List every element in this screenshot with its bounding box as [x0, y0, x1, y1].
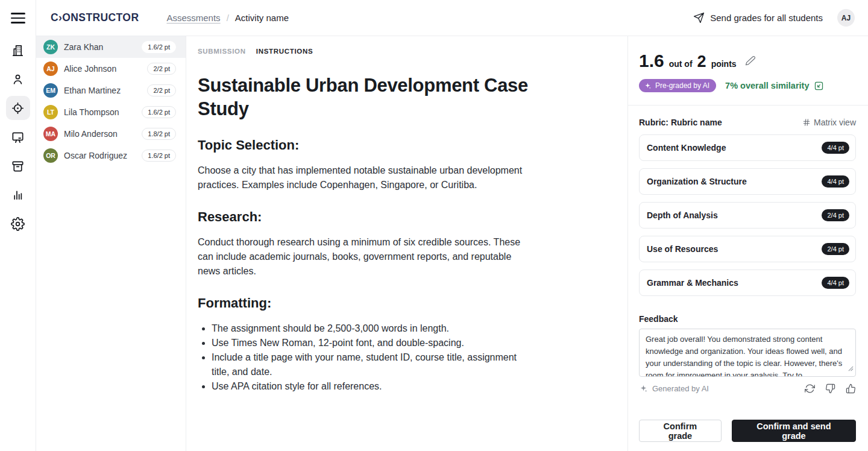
- breadcrumb-assessments-link[interactable]: Assessments: [166, 13, 220, 23]
- score-value: 1.6: [639, 51, 664, 71]
- feedback-label: Feedback: [639, 314, 856, 324]
- panel-divider: [628, 105, 868, 106]
- sidebar-item-grading[interactable]: [6, 96, 30, 120]
- rubric-criterion-row[interactable]: Use of Resources 2/4 pt: [639, 236, 856, 262]
- similarity-label: 7% overall similarity: [725, 81, 809, 90]
- user-avatar[interactable]: AJ: [837, 9, 855, 27]
- thumbs-up-icon: [846, 383, 856, 394]
- icon-rail: [0, 0, 36, 451]
- score-summary: 1.6 out of 2 points: [639, 51, 856, 71]
- tab-instructions[interactable]: INSTRUCTIONS: [256, 46, 313, 56]
- breadcrumb-separator: /: [227, 13, 229, 23]
- target-icon: [11, 101, 25, 115]
- menu-icon[interactable]: [11, 11, 25, 25]
- student-name: Ethan Martinez: [64, 86, 141, 95]
- rubric-header: Rubric: Rubric name Matrix view: [639, 118, 856, 127]
- regenerate-feedback-button[interactable]: [805, 383, 815, 394]
- feedback-textarea[interactable]: Great job overall! You demonstrated stro…: [639, 329, 856, 377]
- rubric-criterion-row[interactable]: Content Knowledge 4/4 pt: [639, 134, 856, 161]
- criterion-score-pill: 4/4 pt: [822, 175, 849, 188]
- gear-icon: [11, 217, 25, 231]
- student-name: Oscar Rodriguez: [64, 151, 136, 160]
- student-row[interactable]: LT Lila Thompson 1.6/2 pt: [36, 101, 186, 123]
- sidebar-item-organization[interactable]: [6, 38, 30, 62]
- student-avatar: LT: [43, 105, 58, 119]
- main-content: SUBMISSION INSTRUCTIONS Sustainable Urba…: [186, 36, 628, 451]
- tab-submission[interactable]: SUBMISSION: [198, 46, 246, 56]
- criterion-name: Grammar & Mechanics: [647, 278, 738, 288]
- grading-panel: 1.6 out of 2 points Pre-graded by AI 7% …: [628, 36, 868, 451]
- buildings-icon: [11, 43, 25, 57]
- formatting-list-item: Use Times New Roman, 12-point font, and …: [212, 336, 536, 350]
- breadcrumb: Assessments / Activity name: [166, 13, 289, 23]
- edit-score-button[interactable]: [745, 55, 756, 66]
- tab-bar: SUBMISSION INSTRUCTIONS: [198, 46, 627, 56]
- formatting-list-item: Include a title page with your name, stu…: [212, 350, 536, 379]
- ai-feedback-toolbar: Generated by AI: [639, 383, 856, 394]
- student-row[interactable]: OR Oscar Rodriguez 1.6/2 pt: [36, 145, 186, 166]
- sidebar-item-analytics[interactable]: [6, 183, 30, 207]
- student-name: Alice Johnson: [64, 64, 141, 74]
- criterion-name: Content Knowledge: [647, 143, 726, 153]
- board-icon: [11, 130, 25, 144]
- criterion-score-pill: 4/4 pt: [822, 277, 849, 289]
- app-window: C›ONSTRUCTOR Assessments / Activity name…: [0, 0, 868, 451]
- student-score-badge: 1.6/2 pt: [142, 150, 176, 162]
- refresh-icon: [805, 383, 815, 394]
- send-grades-all-button[interactable]: Send grades for all students: [693, 12, 823, 24]
- student-avatar: AJ: [43, 62, 58, 76]
- similarity-report-icon: [814, 81, 824, 91]
- pencil-icon: [745, 55, 756, 66]
- send-grades-all-label: Send grades for all students: [710, 13, 823, 23]
- section-heading: Topic Selection:: [198, 137, 536, 153]
- similarity-link[interactable]: 7% overall similarity: [725, 81, 823, 91]
- thumbs-up-button[interactable]: [846, 383, 856, 394]
- student-avatar: OR: [43, 148, 58, 163]
- sidebar-item-people[interactable]: [6, 67, 30, 91]
- thumbs-down-icon: [825, 383, 835, 394]
- student-row[interactable]: EM Ethan Martinez 2/2 pt: [36, 80, 186, 101]
- student-list: ZK Zara Khan 1.6/2 pt AJ Alice Johnson 2…: [36, 36, 186, 451]
- grade-actions: Confirm grade Confirm and send grade: [639, 420, 856, 442]
- generated-by-ai-label: Generated by AI: [652, 384, 709, 393]
- student-name: Zara Khan: [64, 42, 136, 52]
- student-row[interactable]: ZK Zara Khan 1.6/2 pt: [36, 36, 186, 58]
- student-score-badge: 1.8/2 pt: [142, 128, 176, 140]
- student-avatar: EM: [43, 83, 58, 98]
- student-score-badge: 2/2 pt: [147, 63, 176, 75]
- section-paragraph: Choose a city that has implemented notab…: [198, 163, 536, 192]
- criterion-score-pill: 2/4 pt: [822, 243, 849, 255]
- rubric-criterion-row[interactable]: Organization & Structure 4/4 pt: [639, 168, 856, 195]
- student-name: Milo Anderson: [64, 129, 136, 139]
- section-heading: Research:: [198, 209, 536, 225]
- student-avatar: MA: [43, 127, 58, 141]
- rubric-title: Rubric: Rubric name: [639, 118, 722, 127]
- score-max: 2: [697, 52, 706, 71]
- sidebar-item-settings[interactable]: [6, 212, 30, 236]
- student-score-badge: 1.6/2 pt: [142, 41, 176, 53]
- rubric-criterion-row[interactable]: Depth of Analysis 2/4 pt: [639, 202, 856, 229]
- student-row[interactable]: MA Milo Anderson 1.8/2 pt: [36, 123, 186, 145]
- pre-graded-badge: Pre-graded by AI: [639, 79, 716, 92]
- criterion-name: Use of Resources: [647, 244, 718, 254]
- sidebar-item-board[interactable]: [6, 125, 30, 149]
- sidebar-item-archive[interactable]: [6, 154, 30, 178]
- rubric-criterion-row[interactable]: Grammar & Mechanics 4/4 pt: [639, 270, 856, 296]
- formatting-list-item: The assignment should be 2,500-3,000 wor…: [212, 321, 536, 336]
- confirm-grade-button[interactable]: Confirm grade: [639, 420, 722, 442]
- hash-icon: [802, 118, 811, 127]
- matrix-view-button[interactable]: Matrix view: [802, 118, 856, 127]
- formatting-list-item: Use APA citation style for all reference…: [212, 379, 536, 394]
- thumbs-down-button[interactable]: [825, 383, 835, 394]
- confirm-send-grade-button[interactable]: Confirm and send grade: [732, 420, 856, 442]
- criterion-name: Depth of Analysis: [647, 210, 718, 220]
- student-row[interactable]: AJ Alice Johnson 2/2 pt: [36, 58, 186, 80]
- matrix-view-label: Matrix view: [814, 118, 856, 127]
- score-out-of-label: out of: [669, 59, 693, 69]
- criterion-score-pill: 4/4 pt: [822, 142, 849, 154]
- student-score-badge: 1.6/2 pt: [142, 106, 176, 118]
- student-avatar: ZK: [43, 40, 58, 54]
- generated-by-ai: Generated by AI: [639, 384, 709, 393]
- student-name: Lila Thompson: [64, 107, 136, 117]
- send-icon: [693, 12, 705, 24]
